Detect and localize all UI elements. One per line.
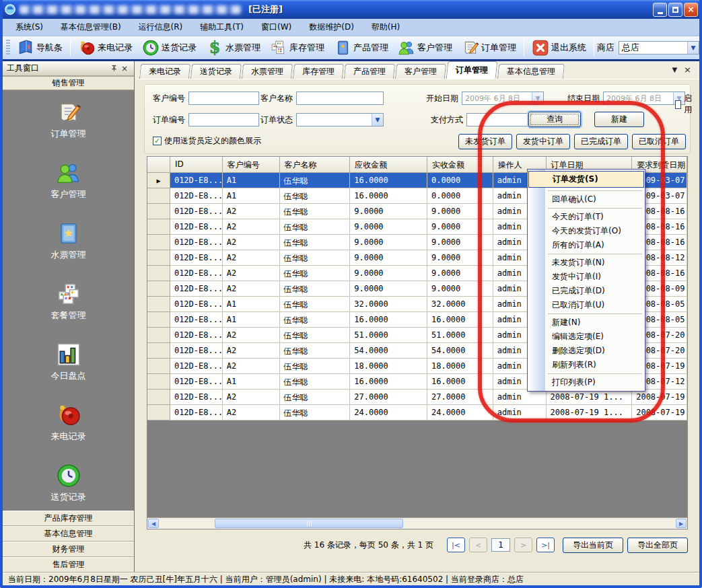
row-selector[interactable] (147, 390, 170, 405)
context-menu-item[interactable]: 订单发货(S) (528, 171, 644, 188)
context-menu-item[interactable]: 回单确认(C) (528, 192, 645, 207)
row-selector[interactable] (147, 359, 170, 374)
enable-checkbox[interactable] (675, 100, 681, 109)
prev-page-button[interactable]: < (469, 538, 487, 552)
sidebar-group-bar[interactable]: 售后管理 (3, 557, 134, 573)
customer-name-input[interactable] (296, 91, 384, 105)
page-number-input[interactable] (491, 538, 510, 552)
row-selector[interactable] (147, 235, 170, 250)
customer-no-input[interactable] (188, 91, 259, 105)
sidebar-item[interactable]: 套餐管理 (51, 281, 86, 322)
close-button[interactable]: × (684, 3, 698, 17)
toolbar-button[interactable]: 导航条 (12, 38, 67, 58)
menubar-item[interactable]: 基本信息管理(B) (52, 19, 130, 36)
context-menu-item[interactable]: 删除选定项(D) (528, 344, 645, 358)
shop-select[interactable]: 总店 ▼ (619, 41, 699, 54)
context-menu-item[interactable]: 未发货订单(N) (528, 256, 645, 270)
menubar-item[interactable]: 帮助(H) (363, 19, 409, 36)
table-row[interactable]: 012D-E8...A2伍华聪24.000024.0000admin2008-0… (147, 405, 687, 420)
tab-产品管理[interactable]: 产品管理 (344, 64, 395, 79)
context-menu-item[interactable]: 今天的订单(T) (528, 210, 645, 224)
horizontal-scrollbar[interactable]: ◀ ▶ (147, 517, 687, 529)
new-button[interactable]: 新建 (594, 112, 644, 127)
sidebar-item[interactable]: 今日盘点 (51, 342, 86, 382)
tab-客户管理[interactable]: 客户管理 (395, 64, 446, 79)
sidebar-item[interactable]: 客户管理 (51, 160, 86, 200)
toolbar-button[interactable]: 送货记录 (137, 38, 201, 58)
menubar-item[interactable]: 运行信息(R) (130, 19, 192, 36)
toolbar-button[interactable]: 来电记录 (73, 38, 137, 58)
toolbar-button[interactable]: 订单管理 (457, 38, 521, 58)
context-menu-item[interactable]: 今天的发货订单(O) (528, 224, 645, 238)
row-selector[interactable] (147, 405, 170, 420)
status-filter-button[interactable]: 已取消订单 (632, 134, 686, 149)
tab-list-dropdown-icon[interactable]: ▼ (672, 66, 677, 73)
menubar-item[interactable]: 系统(S) (7, 19, 52, 36)
scroll-left-icon[interactable]: ◀ (148, 519, 159, 528)
tab-基本信息管理[interactable]: 基本信息管理 (497, 64, 565, 79)
grid-column-header[interactable]: 应收金额 (350, 157, 427, 173)
query-button[interactable]: 查询 (528, 112, 581, 127)
tab-送货记录[interactable]: 送货记录 (190, 64, 242, 79)
first-page-button[interactable]: |< (447, 538, 465, 552)
row-selector[interactable] (147, 328, 170, 343)
context-menu-item[interactable]: 编辑选定项(E) (528, 330, 645, 344)
export-current-page-button[interactable]: 导出当前页 (563, 538, 623, 553)
last-page-button[interactable]: >| (536, 538, 555, 552)
maximize-button[interactable] (668, 3, 682, 17)
row-selector[interactable] (147, 250, 170, 266)
toolbar-button[interactable]: 库存管理 (265, 38, 329, 58)
color-display-checkbox[interactable]: ✓ (153, 137, 162, 145)
tab-库存管理[interactable]: 库存管理 (293, 64, 344, 79)
next-page-button[interactable]: > (514, 538, 532, 552)
order-no-input[interactable] (188, 113, 259, 126)
toolbar-grip[interactable] (6, 40, 10, 56)
row-selector[interactable] (147, 281, 170, 297)
start-date-picker[interactable]: 2009年 6月 8日 ▼ (462, 91, 544, 105)
tab-close-icon[interactable]: × (684, 65, 691, 75)
context-menu-item[interactable]: 已取消订单(U) (528, 298, 645, 312)
context-menu-item[interactable]: 打印列表(P) (528, 375, 645, 390)
sidebar-item[interactable]: 水票管理 (51, 221, 86, 261)
menubar-item[interactable]: 窗口(W) (252, 19, 300, 36)
scroll-right-icon[interactable]: ▶ (676, 519, 687, 528)
menubar-item[interactable]: 辅助工具(T) (191, 19, 252, 36)
row-selector[interactable]: ▶ (147, 173, 170, 188)
sidebar-item[interactable]: 订单管理 (51, 100, 86, 140)
pin-icon[interactable] (108, 63, 119, 74)
row-selector[interactable] (147, 204, 170, 219)
tab-水票管理[interactable]: 水票管理 (242, 64, 293, 79)
toolbar-button[interactable]: 产品管理 (329, 38, 393, 58)
sidebar-group-bar[interactable]: 产品库存管理 (3, 511, 134, 526)
tab-来电记录[interactable]: 来电记录 (139, 64, 190, 79)
row-selector[interactable] (147, 297, 170, 312)
tab-订单管理[interactable]: 订单管理 (446, 61, 498, 79)
table-row[interactable]: 012D-E8...A2伍华聪27.000027.0000admin2008-0… (147, 390, 687, 405)
status-filter-button[interactable]: 发货中订单 (516, 134, 570, 149)
sidebar-item[interactable]: 送货记录 (51, 463, 86, 503)
toolbar-button-exit[interactable]: 退出系统 (527, 38, 591, 58)
sidebar-item[interactable]: 来电记录 (51, 402, 86, 443)
toolbar-button[interactable]: $ 水票管理 (201, 38, 265, 58)
grid-column-header[interactable]: 客户名称 (280, 157, 351, 173)
row-selector[interactable] (147, 219, 170, 235)
context-menu-item[interactable]: 所有的订单(A) (528, 238, 645, 252)
context-menu-item[interactable]: 发货中订单(I) (528, 270, 645, 284)
toolbar-button[interactable]: 客户管理 (393, 38, 457, 58)
row-selector[interactable] (147, 374, 170, 390)
chevron-down-icon[interactable]: ▼ (687, 42, 699, 54)
row-selector[interactable] (147, 312, 170, 328)
grid-column-header[interactable]: 实收金额 (427, 157, 493, 173)
status-filter-button[interactable]: 未发货订单 (458, 134, 512, 149)
context-menu-item[interactable]: 新建(N) (528, 316, 645, 330)
order-status-select[interactable]: ▼ (296, 113, 384, 126)
status-filter-button[interactable]: 已完成订单 (574, 134, 628, 149)
grid-column-header[interactable]: 客户编号 (223, 157, 280, 173)
menubar-item[interactable]: 数据维护(D) (300, 19, 363, 36)
export-all-pages-button[interactable]: 导出全部页 (627, 538, 688, 553)
row-selector[interactable] (147, 188, 170, 204)
context-menu-item[interactable]: 已完成订单(D) (528, 284, 645, 298)
end-date-picker[interactable]: 2009年 6月 8日 ▼ (603, 91, 685, 105)
row-selector[interactable] (147, 343, 170, 359)
row-selector[interactable] (147, 266, 170, 281)
